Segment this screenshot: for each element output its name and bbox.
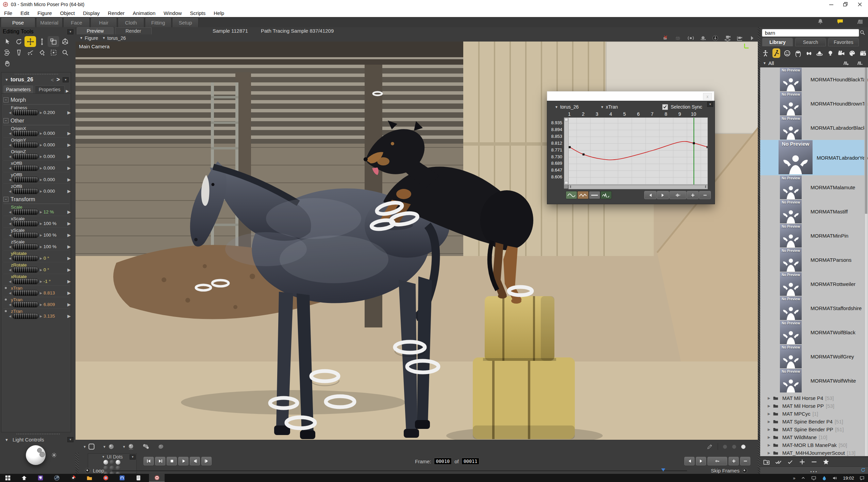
ui-dot[interactable] — [116, 460, 120, 465]
next-actor-button[interactable]: > — [56, 76, 60, 83]
menu-render[interactable]: Render — [104, 10, 129, 16]
dial-increment[interactable]: ▶ — [40, 303, 42, 306]
prev-key-button[interactable] — [644, 191, 656, 199]
tab-parameters[interactable]: Parameters — [3, 85, 33, 93]
library-folder[interactable]: ▶MAT Spine Bender PP[51] — [760, 425, 868, 433]
dial-slider[interactable] — [13, 154, 38, 159]
sun-icon[interactable] — [51, 452, 57, 458]
total-frames-field[interactable]: 00011 — [462, 458, 480, 465]
ui-dot[interactable] — [110, 466, 114, 470]
check-icon[interactable] — [787, 459, 794, 465]
graph-actor-menu[interactable]: ▼ torus_26 — [555, 104, 579, 110]
room-tab-face[interactable]: Face — [63, 17, 90, 27]
library-item[interactable]: No PreviewMORMATLabradorBlack — [760, 116, 868, 140]
ui-dot[interactable] — [110, 460, 114, 465]
skip-frames-radio[interactable] — [742, 468, 747, 473]
library-scrollbar[interactable] — [864, 67, 868, 456]
dial-value[interactable]: -1 ° — [44, 279, 59, 284]
dial-options-arrow[interactable]: ▶ — [67, 244, 71, 249]
dial-slider[interactable] — [13, 177, 38, 182]
prev-actor-button[interactable]: < — [51, 77, 54, 83]
dial-increment[interactable]: ▶ — [40, 280, 42, 283]
remove-key-button[interactable] — [699, 191, 711, 199]
purple-app-icon[interactable] — [37, 475, 44, 481]
remove-key-button[interactable] — [740, 457, 750, 465]
tab-properties[interactable]: Properties — [35, 85, 65, 93]
dial-slider[interactable] — [13, 188, 38, 194]
scale-tool[interactable] — [48, 36, 59, 47]
dial-increment[interactable]: ▶ — [40, 257, 42, 260]
remove-icon[interactable] — [811, 459, 818, 465]
dial-value[interactable]: 0.000 — [44, 189, 59, 194]
stop-button[interactable] — [167, 457, 177, 465]
action-center-icon[interactable] — [859, 476, 865, 481]
category-hair[interactable] — [794, 48, 802, 58]
refresh-icon[interactable] — [860, 467, 866, 473]
library-item[interactable]: No PreviewMORMATWolfWhite — [760, 369, 868, 393]
dial-options-arrow[interactable]: ▶ — [67, 302, 71, 307]
prev-key-button[interactable] — [684, 457, 695, 465]
room-tab-material[interactable]: Material — [36, 17, 63, 27]
dial-increment[interactable]: ▶ — [40, 222, 42, 225]
dial-options-arrow[interactable]: ▶ — [67, 177, 71, 182]
library-books-icon[interactable] — [856, 18, 863, 25]
category-hands[interactable] — [805, 48, 813, 58]
dial-decrement[interactable]: ◀ — [9, 166, 11, 170]
dial-increment[interactable]: ▶ — [40, 143, 42, 147]
dark-app-icon[interactable] — [54, 475, 60, 481]
break-spline-button[interactable] — [600, 191, 612, 199]
ui-dot[interactable] — [116, 466, 120, 470]
play-button[interactable] — [178, 457, 188, 465]
pie-app-icon[interactable] — [70, 475, 76, 481]
aperture-icon[interactable] — [687, 35, 695, 42]
tray-droplet-icon[interactable] — [822, 476, 827, 481]
library-folder[interactable]: ▶MAT MPCyc[1] — [760, 410, 868, 418]
menu-help[interactable]: Help — [210, 10, 228, 16]
folder-app-icon[interactable] — [86, 475, 93, 481]
library-item[interactable]: No PreviewMORMATLabradorYellow — [760, 140, 868, 175]
light-ball[interactable] — [26, 445, 46, 465]
camera-ghost-icon[interactable] — [675, 35, 682, 42]
room-tab-hair[interactable]: Hair — [90, 17, 117, 27]
dial-options-arrow[interactable]: ▶ — [67, 256, 71, 261]
category-cameras[interactable] — [837, 48, 845, 58]
dial-slider[interactable] — [13, 142, 38, 148]
grouping-tool[interactable] — [48, 47, 59, 58]
dial-slider[interactable] — [13, 209, 38, 215]
dial-slider[interactable] — [13, 221, 38, 226]
ball-style-selector[interactable]: ▼ — [103, 443, 115, 450]
menu-file[interactable]: File — [0, 10, 16, 16]
library-item[interactable]: No PreviewMORMATHoundBlackTan — [760, 67, 868, 92]
direct-manipulation-tool[interactable] — [1, 58, 13, 69]
tray-volume-icon[interactable] — [832, 476, 837, 481]
dial-increment[interactable]: ▶ — [40, 111, 42, 114]
graph-title-bar[interactable]: x — [547, 91, 714, 101]
library-folder[interactable]: ▶MAT-MOR LB ManePak[50] — [760, 441, 868, 449]
taper-tool[interactable] — [13, 47, 24, 58]
light-dot[interactable] — [39, 452, 45, 457]
add-icon[interactable] — [799, 459, 806, 465]
dial-value[interactable]: 100 % — [44, 232, 59, 238]
rotate-tool[interactable] — [13, 36, 24, 47]
dial-slider[interactable] — [13, 244, 38, 250]
close-button[interactable] — [857, 2, 863, 7]
waveform-button[interactable] — [669, 191, 686, 199]
dial-increment[interactable]: ▶ — [40, 268, 42, 272]
camera-delete-icon[interactable] — [663, 35, 670, 42]
actor-collapse-icon[interactable]: ▼ — [5, 78, 9, 82]
expand-arrow-icon[interactable]: ▶ — [768, 435, 772, 439]
library-item[interactable]: No PreviewMORMATHoundBrownTan — [760, 92, 868, 116]
dial-options-arrow[interactable]: ▶ — [67, 131, 71, 136]
menu-edit[interactable]: Edit — [16, 10, 33, 16]
spline-section-button[interactable] — [566, 191, 577, 199]
dial-value[interactable]: 3.135 — [44, 314, 59, 319]
library-remove-icon[interactable] — [856, 60, 863, 66]
translate-in-out-tool[interactable] — [36, 36, 48, 47]
tray-monitor-icon[interactable] — [811, 476, 816, 481]
search-icon[interactable] — [859, 30, 865, 35]
dial-value[interactable]: 100 % — [44, 221, 59, 226]
collapse-button[interactable]: − — [3, 97, 9, 102]
menu-object[interactable]: Object — [56, 10, 79, 16]
dial-value[interactable]: 0.000 — [44, 177, 59, 182]
expand-arrow-icon[interactable]: ▶ — [768, 428, 772, 431]
